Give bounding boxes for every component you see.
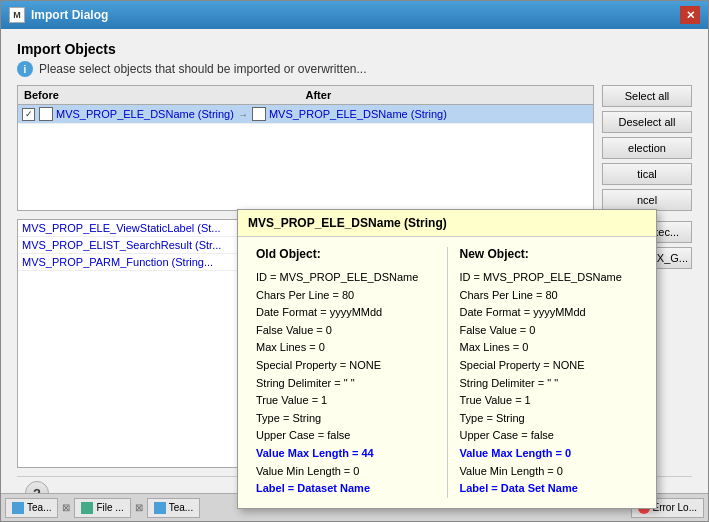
action-buttons: Select all Deselect all election tical n… — [602, 85, 692, 211]
new-line-0: ID = MVS_PROP_ELE_DSName — [460, 269, 639, 287]
list-items: ✓ MVS_PROP_ELE_DSName (String) → MVS_PRO… — [18, 105, 593, 210]
main-content: Import Objects i Please select objects t… — [1, 29, 708, 521]
new-line-4: Max Lines = 0 — [460, 339, 639, 357]
objects-list: Before After ✓ MVS_PROP_ELE_DSName (Stri… — [17, 85, 594, 211]
title-bar: M Import Dialog ✕ — [1, 1, 708, 29]
old-line-1: Chars Per Line = 80 — [256, 287, 435, 305]
taskbar-item-0[interactable]: Tea... — [5, 498, 58, 518]
item-checkbox[interactable]: ✓ — [22, 108, 35, 121]
old-line-10: Value Max Length = 44 — [256, 445, 435, 463]
new-object-header: New Object: — [460, 247, 639, 261]
header-section: Import Objects i Please select objects t… — [17, 41, 692, 77]
old-object-col: Old Object: ID = MVS_PROP_ELE_DSName Cha… — [248, 247, 443, 498]
close-button[interactable]: ✕ — [680, 6, 700, 24]
list-item[interactable]: ✓ MVS_PROP_ELE_DSName (String) → MVS_PRO… — [18, 105, 593, 124]
taskbar-label-2: Tea... — [169, 502, 193, 513]
taskbar-label-1: File ... — [96, 502, 123, 513]
tooltip-divider — [447, 247, 448, 498]
taskbar-item-2[interactable]: Tea... — [147, 498, 200, 518]
error-label: Error Lo... — [653, 502, 697, 513]
taskbar-separator-1: ⊠ — [135, 502, 143, 513]
new-line-1: Chars Per Line = 80 — [460, 287, 639, 305]
title-bar-left: M Import Dialog — [9, 7, 108, 23]
taskbar-label-0: Tea... — [27, 502, 51, 513]
new-line-10: Value Max Length = 0 — [460, 445, 639, 463]
info-row: i Please select objects that should be i… — [17, 61, 692, 77]
old-line-8: Type = String — [256, 410, 435, 428]
new-line-5: Special Property = NONE — [460, 357, 639, 375]
new-line-7: True Value = 1 — [460, 392, 639, 410]
tooltip-title: MVS_PROP_ELE_DSName (String) — [238, 210, 656, 237]
old-line-2: Date Format = yyyyMMdd — [256, 304, 435, 322]
after-item-label: MVS_PROP_ELE_DSName (String) — [269, 108, 447, 120]
upper-area: Before After ✓ MVS_PROP_ELE_DSName (Stri… — [17, 85, 692, 211]
select-all-button[interactable]: Select all — [602, 85, 692, 107]
cancel-button[interactable]: ncel — [602, 189, 692, 211]
taskbar-icon-2 — [154, 502, 166, 514]
new-line-8: Type = String — [460, 410, 639, 428]
invert-selection-button[interactable]: election — [602, 137, 692, 159]
new-line-2: Date Format = yyyyMMdd — [460, 304, 639, 322]
old-line-9: Upper Case = false — [256, 427, 435, 445]
new-line-3: False Value = 0 — [460, 322, 639, 340]
old-line-3: False Value = 0 — [256, 322, 435, 340]
section-title: Import Objects — [17, 41, 692, 57]
tooltip-popup: MVS_PROP_ELE_DSName (String) Old Object:… — [237, 209, 657, 509]
new-line-12: Label = Data Set Name — [460, 480, 639, 498]
new-line-6: String Delimiter = " " — [460, 375, 639, 393]
after-column-header: After — [306, 89, 588, 101]
info-icon: i — [17, 61, 33, 77]
new-line-9: Upper Case = false — [460, 427, 639, 445]
deselect-all-button[interactable]: Deselect all — [602, 111, 692, 133]
old-line-7: True Value = 1 — [256, 392, 435, 410]
taskbar-separator-0: ⊠ — [62, 502, 70, 513]
before-item-label: MVS_PROP_ELE_DSName (String) — [56, 108, 234, 120]
old-line-12: Label = Dataset Name — [256, 480, 435, 498]
window-title: Import Dialog — [31, 8, 108, 22]
tooltip-body: Old Object: ID = MVS_PROP_ELE_DSName Cha… — [238, 237, 656, 508]
new-line-11: Value Min Length = 0 — [460, 463, 639, 481]
taskbar-icon-0 — [12, 502, 24, 514]
old-object-header: Old Object: — [256, 247, 435, 261]
list-header: Before After — [18, 86, 593, 105]
info-text: Please select objects that should be imp… — [39, 62, 367, 76]
old-line-4: Max Lines = 0 — [256, 339, 435, 357]
vertical-button[interactable]: tical — [602, 163, 692, 185]
new-object-col: New Object: ID = MVS_PROP_ELE_DSName Cha… — [452, 247, 647, 498]
taskbar-item-1[interactable]: File ... — [74, 498, 130, 518]
old-line-6: String Delimiter = " " — [256, 375, 435, 393]
page-icon-after — [252, 107, 266, 121]
old-line-5: Special Property = NONE — [256, 357, 435, 375]
old-line-0: ID = MVS_PROP_ELE_DSName — [256, 269, 435, 287]
import-dialog-window: M Import Dialog ✕ Import Objects i Pleas… — [0, 0, 709, 522]
before-column-header: Before — [24, 89, 306, 101]
page-icon — [39, 107, 53, 121]
old-line-11: Value Min Length = 0 — [256, 463, 435, 481]
lower-area: MVS_PROP_ELE_DSName (String) Old Object:… — [17, 219, 692, 468]
arrow-icon: → — [238, 109, 248, 120]
taskbar-icon-1 — [81, 502, 93, 514]
app-icon: M — [9, 7, 25, 23]
